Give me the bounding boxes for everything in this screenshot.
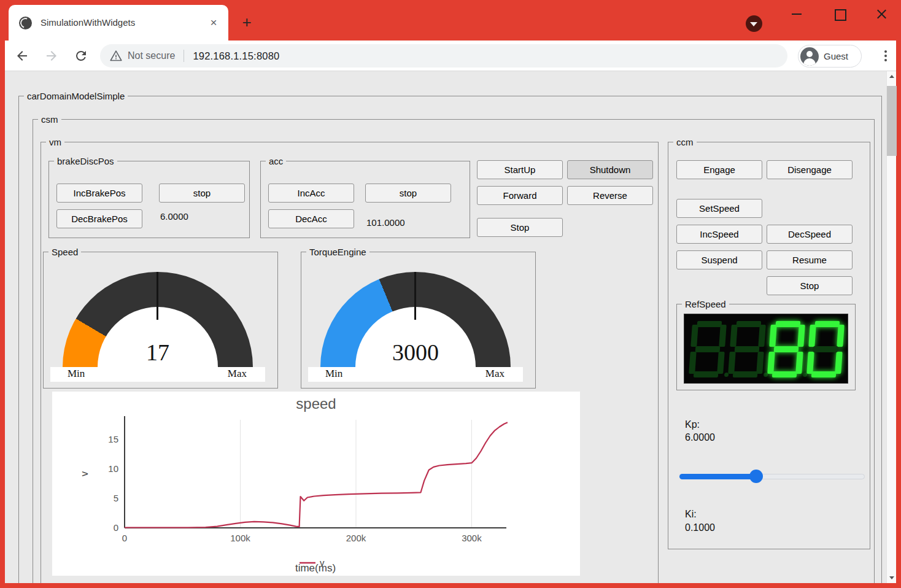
brake-stop-button[interactable]: stop	[159, 184, 245, 203]
reload-button[interactable]	[71, 46, 91, 66]
scroll-up-arrow[interactable]	[887, 71, 897, 82]
tab-list-button[interactable]	[746, 15, 762, 32]
tab-favicon	[19, 17, 32, 29]
group-legend-torque: TorqueEngine	[306, 246, 369, 258]
group-legend-vm: vm	[46, 136, 64, 148]
group-legend-refspeed: RefSpeed	[682, 298, 729, 310]
gauge-min-label: Min	[325, 368, 342, 380]
svg-text:15: 15	[108, 434, 118, 444]
svg-text:0: 0	[114, 522, 118, 533]
not-secure-icon	[110, 50, 122, 62]
minimize-button[interactable]	[787, 6, 806, 24]
svg-text:5: 5	[114, 493, 118, 503]
address-bar[interactable]: Not secure 192.168.1.15:8080	[100, 44, 787, 68]
brake-value: 6.0000	[160, 211, 188, 222]
disengage-button[interactable]: Disengage	[767, 160, 853, 179]
startup-button[interactable]: StartUp	[477, 160, 563, 179]
gauge-scale: Min Max	[308, 367, 523, 382]
kp-slider[interactable]	[679, 470, 865, 483]
vm-forward-button[interactable]: Forward	[477, 186, 563, 205]
group-legend-speed: Speed	[48, 246, 81, 258]
resume-button[interactable]: Resume	[767, 250, 853, 269]
svg-text:10: 10	[108, 463, 118, 474]
page-scrollbar[interactable]	[886, 71, 896, 583]
svg-text:0: 0	[122, 533, 127, 543]
group-brakediscpos: brakeDiscPos IncBrakePos stop DecBrakePo…	[48, 161, 250, 238]
acc-stop-button[interactable]: stop	[365, 184, 451, 203]
group-acc: acc IncAcc stop DecAcc 101.0000	[260, 161, 470, 238]
web-page: carDomainModelSimple csm vm brakeDiscPos…	[5, 71, 886, 583]
suspend-button[interactable]: Suspend	[676, 250, 762, 269]
incacc-button[interactable]: IncAcc	[268, 184, 354, 203]
maximize-button[interactable]	[830, 6, 848, 24]
group-speed: Speed 17 Min Max	[43, 252, 278, 389]
incspeed-button[interactable]: IncSpeed	[676, 225, 762, 244]
ccm-stop-button[interactable]: Stop	[767, 276, 853, 295]
back-button[interactable]	[12, 46, 32, 66]
menu-button[interactable]	[876, 46, 895, 66]
setspeed-button[interactable]: SetSpeed	[676, 199, 762, 218]
kp-label: Kp:	[685, 419, 700, 430]
gauge-needle	[157, 272, 158, 320]
kp-value: 6.0000	[685, 432, 715, 443]
profile-label: Guest	[824, 51, 848, 61]
speed-chart: speed 0510150100k200k300kvtime(ms)v	[52, 392, 580, 576]
svg-text:v: v	[320, 557, 325, 568]
tab-strip: SimulationWithWidgets +	[0, 0, 901, 41]
engage-button[interactable]: Engage	[676, 160, 762, 179]
seven-seg-digit	[806, 321, 845, 377]
scroll-down-arrow[interactable]	[887, 573, 897, 583]
new-tab-button[interactable]: +	[238, 14, 255, 31]
svg-text:time(ms): time(ms)	[295, 562, 336, 574]
group-cardomainmodelsimple: carDomainModelSimple csm vm brakeDiscPos…	[18, 96, 882, 583]
window-close-button[interactable]	[872, 6, 891, 24]
incbrakepos-button[interactable]: IncBrakePos	[56, 184, 142, 203]
vm-stop-button[interactable]: Stop	[477, 218, 563, 237]
tab-close-icon[interactable]	[206, 15, 221, 30]
forward-button[interactable]	[42, 46, 61, 66]
vm-reverse-button[interactable]: Reverse	[567, 186, 653, 205]
group-legend-outer: carDomainModelSimple	[24, 90, 128, 102]
decspeed-button[interactable]: DecSpeed	[767, 225, 853, 244]
group-legend-brake: brakeDiscPos	[54, 155, 117, 167]
profile-button[interactable]: Guest	[798, 45, 862, 68]
gauge-value: 17	[50, 340, 265, 365]
seven-seg-display	[684, 314, 848, 384]
group-torqueengine: TorqueEngine 3000 Min Max	[301, 252, 536, 389]
group-legend-csm: csm	[38, 114, 61, 125]
ki-label: Ki:	[685, 509, 697, 520]
svg-text:v: v	[79, 471, 90, 476]
browser-toolbar: Not secure 192.168.1.15:8080 Guest	[5, 41, 896, 71]
gauge-max-label: Max	[228, 368, 247, 380]
gauge-value: 3000	[308, 340, 523, 365]
gauge-max-label: Max	[485, 368, 505, 380]
seven-seg-digit	[728, 321, 766, 377]
avatar	[800, 47, 819, 66]
group-legend-ccm: ccm	[673, 136, 697, 148]
url-text: 192.168.1.15:8080	[193, 50, 279, 62]
slider-thumb[interactable]	[749, 470, 763, 483]
seven-seg-digit	[689, 321, 727, 377]
acc-value: 101.0000	[366, 217, 405, 228]
browser-window: SimulationWithWidgets + Not secure 192.1…	[0, 0, 901, 588]
divider	[184, 50, 184, 62]
slider-fill	[679, 474, 756, 479]
torque-gauge: 3000 Min Max	[308, 264, 523, 382]
decacc-button[interactable]: DecAcc	[268, 209, 354, 228]
tab-title: SimulationWithWidgets	[41, 17, 135, 28]
group-refspeed: RefSpeed	[676, 304, 856, 390]
decbrakepos-button[interactable]: DecBrakePos	[56, 209, 142, 228]
chart-canvas: 0510150100k200k300kvtime(ms)v	[52, 392, 580, 576]
seven-seg-digit	[767, 321, 805, 377]
security-label: Not secure	[128, 50, 175, 61]
scroll-thumb[interactable]	[887, 86, 897, 156]
svg-text:300k: 300k	[462, 533, 482, 543]
shutdown-button[interactable]: Shutdown	[567, 160, 653, 179]
group-csm: csm vm brakeDiscPos IncBrakePos stop Dec…	[33, 119, 875, 583]
ki-value: 0.1000	[685, 522, 715, 533]
gauge-scale: Min Max	[50, 367, 265, 382]
group-legend-acc: acc	[266, 155, 286, 167]
group-vm: vm brakeDiscPos IncBrakePos stop DecBrak…	[41, 142, 659, 583]
active-tab[interactable]: SimulationWithWidgets	[9, 5, 228, 41]
gauge-needle	[414, 272, 416, 320]
